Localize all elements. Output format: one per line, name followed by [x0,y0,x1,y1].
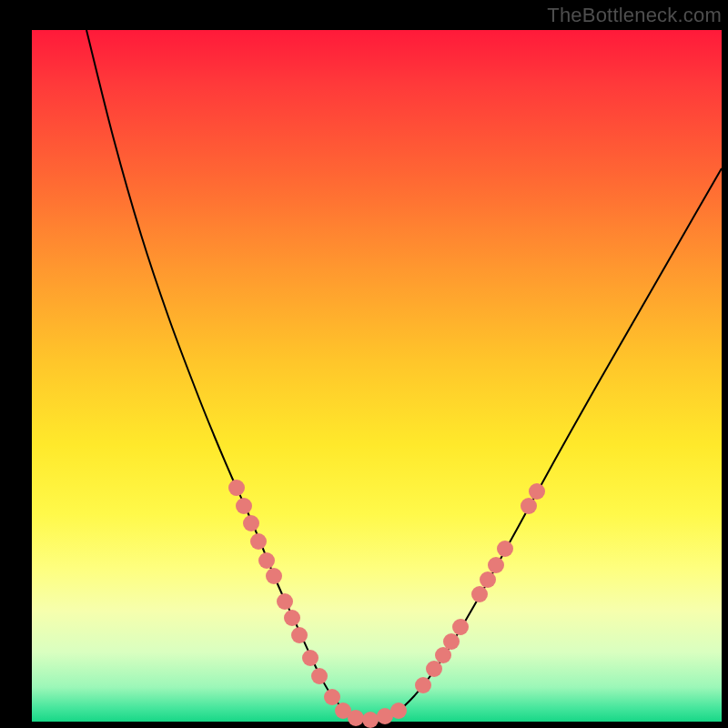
data-marker [277,593,293,610]
chart-svg-layer [0,0,728,728]
data-marker [250,533,267,550]
data-marker [435,647,451,663]
data-marker [243,515,259,531]
data-marker [443,633,460,650]
data-marker [284,610,300,626]
bottleneck-curve [86,30,722,721]
data-marker [521,498,537,514]
data-marker [488,557,504,573]
data-marker [348,710,364,726]
data-marker [529,483,545,500]
data-marker [362,712,379,728]
data-marker [324,689,340,705]
data-marker [497,541,513,557]
data-marker [302,650,318,666]
chart-frame: TheBottleneck.com [0,0,728,728]
data-marker [426,661,442,677]
data-marker [480,571,496,588]
data-marker [311,668,328,684]
data-marker [266,568,282,584]
data-marker [471,586,488,602]
data-marker [452,619,469,635]
data-marker [236,498,252,514]
data-marker [390,703,407,719]
data-marker [415,677,431,693]
data-marker [228,480,245,496]
data-marker [258,552,275,569]
data-marker [291,627,308,643]
